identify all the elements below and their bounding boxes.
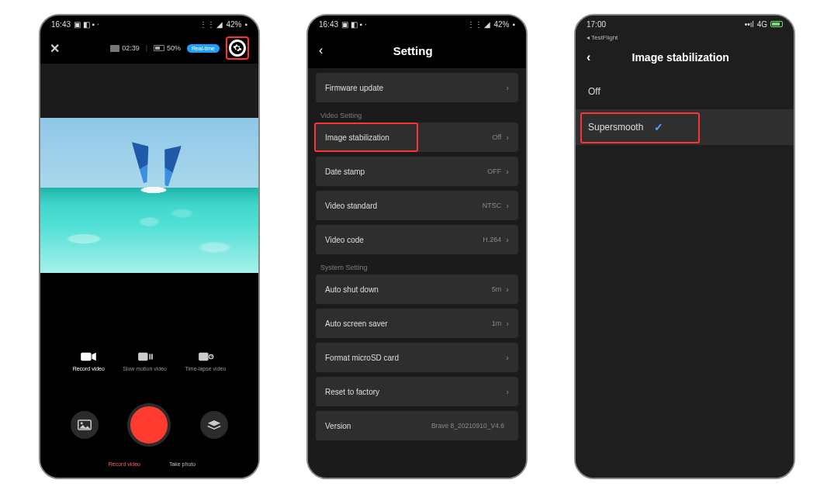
realtime-pill[interactable]: Real‑time	[187, 44, 220, 53]
video-icon	[80, 350, 97, 363]
chevron-right-icon: ›	[506, 387, 509, 396]
option-supersmooth[interactable]: Supersmooth ✓	[576, 109, 794, 145]
setting-label: Image stabilization	[325, 133, 492, 142]
setting-label: Reset to factory	[325, 388, 506, 396]
svg-rect-2	[149, 354, 151, 359]
status-bar: 17:00 ••ıl 4G	[576, 16, 794, 33]
settings-body[interactable]: Firmware update › Video Setting Image st…	[308, 68, 526, 478]
record-button[interactable]	[127, 403, 171, 447]
viewfinder-sea	[40, 188, 258, 273]
battery-icon: ▪	[512, 20, 515, 29]
setting-video-code[interactable]: Video code H.264 ›	[316, 225, 518, 254]
setting-auto-screen-saver[interactable]: Auto screen saver 1m ›	[316, 309, 518, 338]
chevron-right-icon: ›	[506, 133, 509, 142]
mode-record-video[interactable]: Record video	[73, 350, 105, 371]
settings-header: ‹ Setting	[308, 33, 526, 68]
layers-icon	[207, 419, 221, 430]
status-battery-pct: 42%	[226, 20, 241, 29]
option-off[interactable]: Off	[576, 74, 794, 109]
sd-card-icon	[110, 45, 119, 52]
status-battery-pct: 42%	[493, 20, 509, 29]
status-icons-left: ▣ ◧ ▪ ·	[74, 20, 99, 29]
mode-label: Record video	[73, 366, 105, 371]
setting-auto-shutdown[interactable]: Auto shut down 5m ›	[316, 274, 518, 304]
chevron-right-icon: ›	[506, 353, 509, 362]
camera-app-screen: 16:43 ▣ ◧ ▪ · ⋮⋮ ◢ 42% ▪ ✕ 02:39 | 50% R…	[39, 14, 260, 479]
control-labels: Record video Take photo	[40, 461, 258, 467]
setting-value: Brave 8_20210910_V4.6	[431, 422, 504, 430]
setting-image-stabilization[interactable]: Image stabilization Off ›	[316, 123, 518, 152]
mode-label: Time-lapse video	[185, 366, 226, 371]
svg-rect-3	[151, 354, 153, 359]
battery-icon: ▪	[244, 20, 247, 29]
status-network: 4G	[757, 20, 767, 29]
close-icon[interactable]: ✕	[50, 41, 60, 56]
chevron-right-icon: ›	[506, 83, 509, 92]
camera-controls-area: Record video Slow motion video Time-laps…	[40, 273, 258, 478]
status-time: 16:43	[319, 20, 338, 29]
battery-icon	[770, 21, 783, 27]
setting-label: Date stamp	[325, 167, 487, 176]
mode-label: Slow motion video	[123, 366, 167, 371]
layers-button[interactable]	[200, 411, 228, 439]
signal-icon: ••ıl	[745, 20, 754, 29]
svg-rect-0	[81, 353, 91, 361]
gear-icon	[233, 43, 242, 53]
setting-label: Version	[325, 422, 431, 430]
mode-selector: Record video Slow motion video Time-laps…	[40, 350, 258, 371]
setting-value: Off	[492, 133, 501, 141]
setting-value: H.264	[483, 236, 501, 243]
section-system-setting: System Setting	[316, 259, 518, 274]
sd-time-value: 02:39	[122, 44, 140, 52]
setting-value: OFF	[487, 167, 501, 175]
setting-reset-factory[interactable]: Reset to factory ›	[316, 377, 518, 406]
settings-highlight	[226, 36, 249, 60]
chevron-right-icon: ›	[506, 235, 509, 244]
camera-battery-value: 50%	[167, 44, 181, 52]
setting-date-stamp[interactable]: Date stamp OFF ›	[316, 157, 518, 186]
status-icons-right: ⋮⋮ ◢	[199, 20, 223, 29]
svg-rect-1	[138, 353, 147, 361]
setting-value: NTSC	[483, 202, 502, 209]
camera-viewfinder[interactable]	[40, 118, 258, 273]
status-time: 17:00	[587, 20, 606, 29]
album-button[interactable]	[71, 411, 99, 439]
setting-format-sd[interactable]: Format microSD card ›	[316, 343, 518, 372]
settings-button[interactable]	[229, 40, 246, 57]
setting-version[interactable]: Version Brave 8_20210910_V4.6	[316, 411, 518, 440]
chevron-right-icon: ›	[506, 201, 509, 210]
battery-icon	[154, 45, 164, 51]
image-icon	[78, 419, 92, 430]
chevron-right-icon: ›	[506, 285, 509, 294]
chevron-right-icon: ›	[506, 319, 509, 328]
status-icons-right: ⋮⋮ ◢	[467, 20, 491, 29]
stabilization-options: Off Supersmooth ✓	[576, 74, 794, 478]
status-bar: 16:43 ▣ ◧ ▪ · ⋮⋮ ◢ 42% ▪	[40, 16, 258, 33]
option-label: Supersmooth	[588, 122, 643, 133]
svg-rect-4	[199, 353, 208, 361]
camera-battery: 50%	[154, 44, 181, 52]
setting-label: Video standard	[325, 202, 483, 210]
testflight-back[interactable]: ◂ TestFlight	[576, 33, 794, 41]
setting-value: 5m	[492, 285, 502, 293]
mode-slow-motion[interactable]: Slow motion video	[123, 350, 167, 371]
option-label: Off	[588, 86, 600, 97]
svg-point-7	[81, 422, 83, 424]
status-bar: 16:43 ▣ ◧ ▪ · ⋮⋮ ◢ 42% ▪	[308, 16, 526, 33]
status-time: 16:43	[51, 20, 71, 29]
page-title: Image stabilization	[590, 51, 770, 64]
take-photo-label: Take photo	[169, 461, 196, 467]
page-title: Setting	[323, 44, 503, 57]
image-stabilization-screen: 17:00 ••ıl 4G ◂ TestFlight ‹ Image stabi…	[574, 14, 795, 479]
setting-label: Format microSD card	[325, 354, 506, 362]
camera-top-bar: ✕ 02:39 | 50% Real‑time	[40, 33, 258, 64]
setting-label: Firmware update	[325, 84, 506, 92]
timelapse-icon	[197, 350, 214, 363]
record-label: Record video	[103, 461, 146, 467]
setting-video-standard[interactable]: Video standard NTSC ›	[316, 191, 518, 220]
setting-firmware-update[interactable]: Firmware update ›	[316, 73, 518, 102]
setting-label: Auto screen saver	[325, 319, 492, 328]
status-icons-left: ▣ ◧ ▪ ·	[341, 20, 367, 29]
chevron-right-icon: ›	[506, 167, 509, 176]
mode-time-lapse[interactable]: Time-lapse video	[185, 350, 226, 371]
